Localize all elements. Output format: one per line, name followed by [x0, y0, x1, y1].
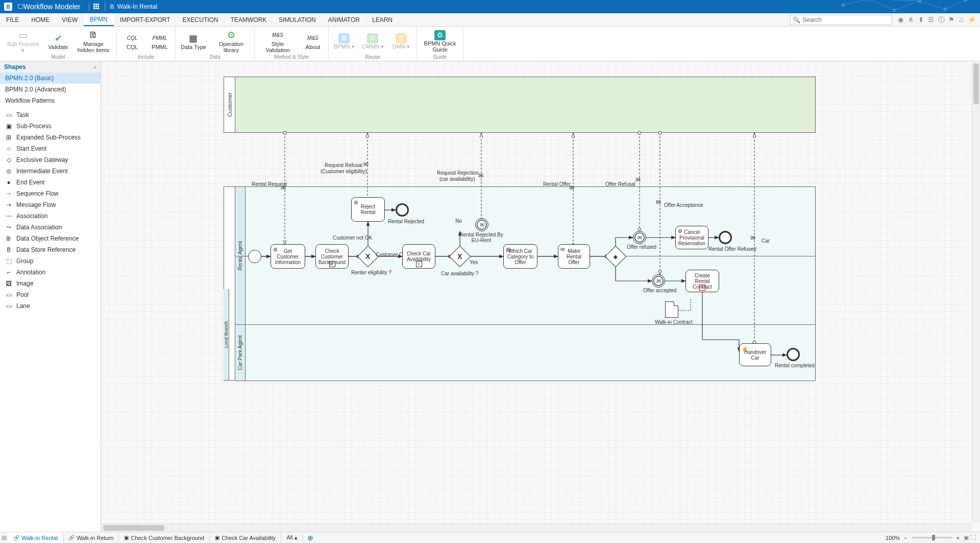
- palette-category[interactable]: BPMN 2.0 (Basic): [0, 73, 101, 84]
- shape-data-object-reference[interactable]: 🗎Data Object Reference: [0, 233, 101, 244]
- palette-category[interactable]: Workflow Patterns: [0, 95, 101, 106]
- menu-animator[interactable]: ANIMATOR: [322, 13, 366, 26]
- throw-request-rejection[interactable]: ✉: [475, 218, 488, 231]
- shape-exclusive-gateway[interactable]: ◇Exclusive Gateway: [0, 154, 101, 166]
- tab-check-car-availability[interactable]: ▣Check Car Availability: [210, 532, 281, 543]
- add-tab-button[interactable]: ⊕: [303, 534, 317, 542]
- globe-icon[interactable]: ◉: [895, 16, 905, 23]
- shape-lane[interactable]: ▭Lane: [0, 300, 101, 312]
- tree-icon[interactable]: ⬍: [916, 16, 926, 23]
- flag-icon[interactable]: ⚑: [946, 16, 957, 23]
- svg-text:✉: ✉: [635, 176, 641, 183]
- ribbon-operation-library[interactable]: ⚙Operation library: [213, 29, 249, 54]
- ribbon-pmml[interactable]: PMMLPMML: [150, 29, 170, 54]
- image-icon: 🖼: [5, 280, 12, 287]
- menu-simulation[interactable]: SIMULATION: [273, 13, 322, 26]
- tab-walk-in-return[interactable]: 🔗Walk-in Return: [63, 532, 119, 543]
- task-reject-rental[interactable]: ⚙ Reject Rental: [351, 197, 385, 222]
- ribbon-cql[interactable]: CQLCQL: [122, 29, 142, 54]
- task-make-rental-offer[interactable]: ✉ Make Rental Offer: [558, 244, 590, 269]
- zoom-out-button[interactable]: −: [904, 535, 907, 541]
- end-offer-refused[interactable]: [719, 231, 732, 244]
- tab-walk-in-rental[interactable]: 🔗Walk-in Rental: [8, 532, 63, 543]
- fit-page-icon[interactable]: ▣: [964, 534, 969, 540]
- shape-start-event[interactable]: ○Start Event: [0, 143, 101, 154]
- plug-icon[interactable]: ⚡: [967, 16, 977, 23]
- lane-icon: ▭: [5, 302, 12, 310]
- catch-offer-accepted[interactable]: ✉: [652, 274, 665, 288]
- menu-bpmn[interactable]: BPMN: [84, 13, 114, 26]
- list-icon[interactable]: ☰: [926, 16, 936, 23]
- shape-sequence-flow[interactable]: →Sequence Flow: [0, 188, 101, 199]
- ribbon-group-reuse: BBPMN ▾CCMMN ▾DDMN ▾Reuse: [329, 27, 417, 61]
- search-box[interactable]: 🔍: [790, 15, 892, 25]
- catch-offer-refused[interactable]: ✉: [633, 231, 646, 244]
- tab-check-customer-background[interactable]: ▣Check Customer Background: [119, 532, 210, 543]
- ribbon-manage-hidden[interactable]: 🗎Manage hidden items: [76, 29, 111, 54]
- label-request-rejection-2: (car availability): [439, 176, 475, 182]
- ribbon-about[interactable]: M&SAbout: [303, 29, 323, 54]
- bpmn-quick-guide-icon: G: [434, 30, 446, 40]
- task-cancel-reservation[interactable]: ⚙ Cancel Provisional Reservation: [675, 226, 708, 249]
- ribbon-bpmn-quick-guide[interactable]: GBPMN Quick Guide: [422, 29, 458, 54]
- shape-end-event[interactable]: ●End Event: [0, 177, 101, 188]
- shape-expanded-sub-process[interactable]: ⊞Expanded Sub-Process: [0, 132, 101, 143]
- branch-icon[interactable]: ⋔: [905, 16, 916, 23]
- search-input[interactable]: [802, 16, 890, 23]
- pool-customer[interactable]: Customer: [224, 77, 816, 133]
- end-rental-rejected[interactable]: [396, 203, 409, 217]
- menu-execution[interactable]: EXECUTION: [177, 13, 225, 26]
- shape-data-association[interactable]: ⤳Data Association: [0, 222, 101, 233]
- label-car: Car: [762, 238, 770, 244]
- task-create-rental-contract[interactable]: Create Rental Contract +: [685, 270, 719, 292]
- task-check-customer-background[interactable]: Check Customer Background +: [315, 244, 349, 269]
- task-check-car-availability[interactable]: Check Car Availability +: [402, 244, 435, 269]
- menu-teamwork[interactable]: TEAMWORK: [225, 13, 273, 26]
- ribbon-dmn: DDMN ▾: [391, 29, 411, 54]
- pmml-icon: PMML: [153, 33, 167, 44]
- shape-label: Association: [16, 213, 47, 220]
- end-rental-completed[interactable]: [787, 348, 800, 361]
- diagram-canvas[interactable]: Customer Rental Agent Car Park Agent: [101, 61, 972, 524]
- sidebar-collapse-icon[interactable]: «: [93, 64, 96, 70]
- start-event[interactable]: [248, 250, 261, 263]
- task-handover-car[interactable]: ☝ Handover Car: [739, 343, 771, 366]
- palette-category[interactable]: BPMN 2.0 (Advanced): [0, 84, 101, 95]
- shape-annotation[interactable]: ⌐Annotation: [0, 267, 101, 278]
- shape-message-flow[interactable]: ⇢Message Flow: [0, 199, 101, 210]
- shape-pool[interactable]: ▭Pool: [0, 289, 101, 300]
- shape-label: Expanded Sub-Process: [16, 134, 81, 141]
- shape-group[interactable]: ⬚Group: [0, 255, 101, 267]
- shape-sub-process[interactable]: ▣Sub-Process: [0, 121, 101, 132]
- pool-eu-rent[interactable]: Rental Agent Car Park Agent Local Branch: [224, 186, 816, 381]
- layers-icon[interactable]: ▥: [0, 534, 8, 541]
- task-which-car-category[interactable]: ▤ Which Car Category to Offer: [503, 244, 537, 269]
- menu-file[interactable]: FILE: [0, 13, 25, 26]
- zoom-slider[interactable]: [912, 537, 952, 538]
- menu-home[interactable]: HOME: [25, 13, 56, 26]
- flame-icon[interactable]: ♨: [957, 16, 967, 23]
- ribbon-validate[interactable]: ✔Validate: [48, 29, 68, 54]
- shape-intermediate-event[interactable]: ◎Intermediate Event: [0, 166, 101, 177]
- horizontal-scrollbar[interactable]: [101, 524, 972, 532]
- shape-data-store-reference[interactable]: 🛢Data Store Reference: [0, 244, 101, 255]
- shape-association[interactable]: ⋯Association: [0, 210, 101, 222]
- exclusive-gateway-icon: ◇: [5, 156, 12, 163]
- lane-car-park-agent[interactable]: Car Park Agent: [235, 325, 815, 381]
- shape-task[interactable]: ▭Task: [0, 109, 101, 121]
- all-tabs-button[interactable]: All ▴: [281, 534, 303, 541]
- fit-width-icon[interactable]: ⛶: [970, 534, 976, 540]
- task-get-customer-info[interactable]: ⚙ Get Customer Information: [271, 244, 305, 269]
- menu-learn[interactable]: LEARN: [366, 13, 399, 26]
- info-icon[interactable]: ⓘ: [936, 15, 946, 25]
- vertical-scrollbar[interactable]: [972, 61, 980, 523]
- menu-import-export[interactable]: IMPORT-EXPORT: [114, 13, 177, 26]
- ribbon-style-validation[interactable]: M&SStyle Validation: [260, 29, 296, 54]
- menu-view[interactable]: VIEW: [56, 13, 84, 26]
- data-object-walkin-contract[interactable]: [665, 301, 678, 318]
- shape-image[interactable]: 🖼Image: [0, 278, 101, 289]
- document-icon: 🗎: [109, 3, 115, 10]
- ribbon-data-type[interactable]: ▦Data Type: [181, 29, 206, 54]
- apps-grid-icon[interactable]: [93, 3, 101, 10]
- zoom-in-button[interactable]: +: [957, 535, 960, 541]
